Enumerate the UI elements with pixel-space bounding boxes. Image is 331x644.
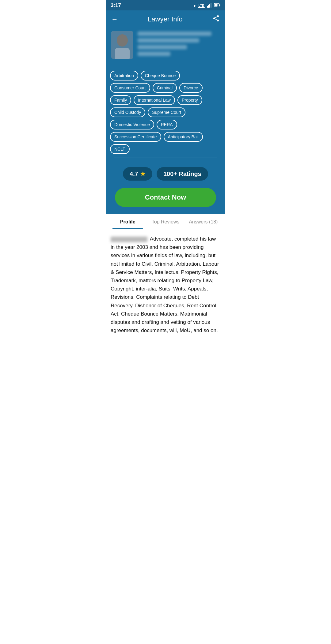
profile-section: [106, 28, 225, 71]
contact-section: Contact Now: [106, 184, 225, 214]
tab-top-reviews[interactable]: Top Reviews: [146, 214, 184, 229]
back-button[interactable]: ←: [111, 15, 118, 23]
tag-arbitration[interactable]: Arbitration: [110, 71, 138, 80]
tag-property[interactable]: Property: [177, 95, 202, 105]
tags-container: ArbitrationCheque BounceConsumer CourtCr…: [106, 71, 225, 162]
tag-domestic-violence[interactable]: Domestic Violence: [110, 120, 154, 129]
status-icons: ● LTE: [193, 3, 220, 9]
share-button[interactable]: [212, 15, 220, 24]
rating-section: 4.7 ★ 100+ Ratings: [106, 162, 225, 184]
svg-rect-1: [208, 5, 209, 8]
svg-point-7: [217, 15, 219, 17]
bio-content: Advocate, completed his law in the year …: [111, 236, 219, 333]
tag-criminal[interactable]: Criminal: [153, 83, 177, 93]
tag-supreme-court[interactable]: Supreme Court: [148, 107, 185, 117]
profile-divider: [111, 62, 220, 62]
ratings-label: 100+ Ratings: [163, 170, 201, 178]
svg-line-10: [215, 19, 217, 20]
tag-divorce[interactable]: Divorce: [179, 83, 202, 93]
dot-indicator: ●: [193, 3, 196, 8]
svg-rect-6: [219, 4, 220, 6]
tag-nclt[interactable]: NCLT: [110, 144, 130, 154]
svg-rect-5: [215, 4, 218, 6]
tag-international-law[interactable]: International Law: [134, 95, 175, 105]
svg-point-8: [213, 17, 215, 19]
contact-now-button[interactable]: Contact Now: [115, 188, 216, 207]
status-time: 3:17: [111, 2, 121, 9]
rating-score: 4.7: [130, 170, 138, 178]
profile-row: [111, 31, 220, 59]
rating-pill: 4.7 ★: [123, 167, 152, 181]
signal-icon: [207, 3, 212, 9]
lte-badge: LTE: [198, 4, 205, 8]
bio-name-blurred: [111, 237, 147, 242]
lawyer-name-blurred: [138, 32, 220, 58]
tag-cheque-bounce[interactable]: Cheque Bounce: [141, 71, 180, 80]
avatar: [111, 31, 133, 59]
svg-rect-2: [209, 4, 210, 8]
tab-answers[interactable]: Answers (18): [185, 214, 222, 229]
svg-rect-3: [211, 3, 211, 8]
tag-succession-certificate[interactable]: Succession Certificate: [110, 132, 161, 142]
tabs-bar: ProfileTop ReviewsAnswers (18): [106, 214, 225, 229]
svg-line-11: [215, 17, 217, 18]
ratings-count-pill: 100+ Ratings: [157, 167, 208, 181]
tags-row: ArbitrationCheque BounceConsumer CourtCr…: [110, 71, 221, 154]
tab-profile[interactable]: Profile: [109, 214, 146, 229]
tag-consumer-court[interactable]: Consumer Court: [110, 83, 150, 93]
tag-family[interactable]: Family: [110, 95, 131, 105]
svg-rect-0: [207, 6, 208, 8]
page-title: Lawyer Info: [148, 15, 183, 23]
svg-rect-15: [111, 31, 133, 59]
tag-anticipatory-bail[interactable]: Anticipatory Bail: [164, 132, 203, 142]
tags-divider: [114, 158, 217, 158]
tag-rera[interactable]: RERA: [157, 120, 177, 129]
battery-icon: [214, 3, 220, 8]
status-bar: 3:17 ● LTE: [106, 0, 225, 10]
bio-text: Advocate, completed his law in the year …: [111, 235, 220, 335]
tag-child-custody[interactable]: Child Custody: [110, 107, 145, 117]
svg-point-9: [217, 20, 219, 21]
star-icon: ★: [140, 170, 146, 178]
header: ← Lawyer Info: [106, 10, 225, 28]
bio-section: Advocate, completed his law in the year …: [106, 229, 225, 341]
